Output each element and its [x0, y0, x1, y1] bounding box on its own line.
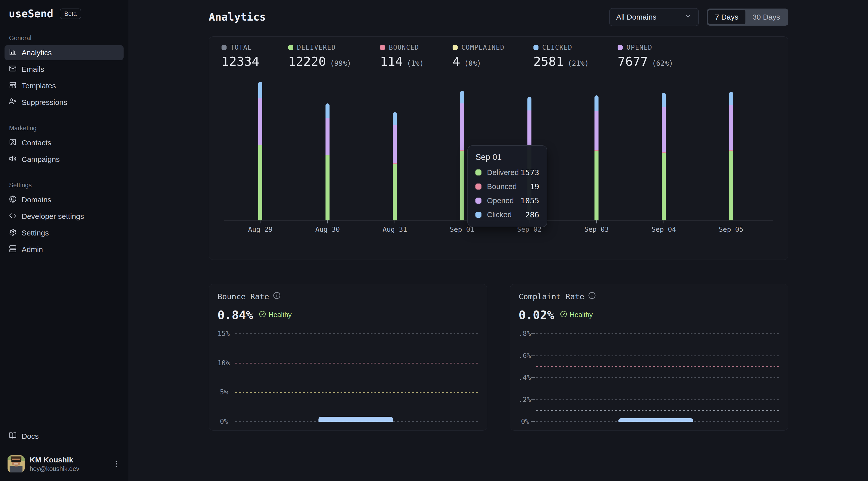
stacked-bar-sep-05[interactable]: [729, 92, 733, 220]
stat-label: OPENED: [626, 44, 652, 51]
chevron-down-icon: [684, 12, 692, 22]
sidebar-item-label: Emails: [22, 65, 44, 73]
bounce-rate-series-area[interactable]: [318, 417, 393, 422]
sidebar-item-templates[interactable]: Templates: [4, 78, 124, 93]
stat-clicked: CLICKED2581(21%): [533, 44, 589, 69]
sidebar-item-contacts[interactable]: Contacts: [4, 135, 124, 150]
bounce-status-badge: Healthy: [259, 311, 291, 319]
y-axis-label: .4%: [519, 374, 529, 381]
section-label-marketing: Marketing: [0, 125, 128, 132]
stat-label: BOUNCED: [389, 44, 419, 51]
bar-segment-delivered: [729, 151, 733, 220]
info-icon[interactable]: [588, 292, 596, 301]
user-name: KM Koushik: [30, 456, 112, 464]
x-axis-label: Sep 05: [719, 225, 743, 233]
domain-filter-select[interactable]: All Domains: [609, 8, 699, 26]
layout-template-icon: [9, 81, 17, 91]
chart-tooltip: Sep 01 Delivered1573Bounced19Opened1055C…: [467, 146, 547, 227]
sidebar-item-admin[interactable]: Admin: [4, 242, 124, 257]
tooltip-series-label: Clicked: [487, 211, 525, 219]
sidebar-item-label: Admin: [22, 245, 43, 254]
legend-swatch: [475, 212, 482, 218]
bar-segment-clicked: [729, 92, 733, 105]
y-axis-label: .8%: [519, 330, 529, 338]
sidebar: useSend Beta GeneralAnalyticsEmailsTempl…: [0, 0, 128, 481]
bar-segment-clicked: [662, 93, 666, 107]
user-meta: KM Koushik hey@koushik.dev: [30, 456, 112, 473]
beta-badge: Beta: [60, 8, 81, 19]
bar-segment-clicked: [258, 82, 262, 98]
bar-segment-clicked: [527, 97, 531, 111]
stat-dot: [618, 45, 623, 50]
gridline: [536, 333, 780, 334]
bounce-rate-card: Bounce Rate 0.84% Healthy 15%10%5%0%: [209, 284, 487, 430]
bar-segment-opened: [258, 98, 262, 145]
tooltip-rows: Delivered1573Bounced19Opened1055Clicked2…: [475, 168, 539, 219]
avatar: [7, 455, 25, 473]
contact-book-icon: [9, 138, 17, 148]
main-content: Analytics All Domains 7 Days 30 Days TOT…: [128, 0, 868, 481]
sidebar-item-settings[interactable]: Settings: [4, 225, 124, 241]
tooltip-series-label: Delivered: [487, 168, 520, 177]
stat-value: 12220: [288, 54, 326, 69]
range-tab-7-days[interactable]: 7 Days: [708, 10, 745, 24]
more-vertical-icon[interactable]: [112, 460, 121, 468]
stat-dot: [380, 45, 385, 50]
x-axis-label: Aug 29: [248, 225, 273, 233]
complaint-status-label: Healthy: [569, 311, 593, 319]
bar-segment-delivered: [662, 153, 666, 220]
sidebar-item-developer-settings[interactable]: Developer settings: [4, 209, 124, 224]
tooltip-row-delivered: Delivered1573: [475, 168, 539, 177]
user-menu[interactable]: KM Koushik hey@koushik.dev: [4, 453, 124, 475]
tooltip-series-value: 19: [530, 182, 539, 191]
x-axis-label: Sep 04: [651, 225, 676, 233]
sidebar-item-suppressions[interactable]: Suppressions: [4, 95, 124, 110]
stacked-bar-aug-29[interactable]: [258, 82, 262, 220]
sidebar-item-analytics[interactable]: Analytics: [4, 45, 124, 60]
sidebar-item-label: Templates: [22, 82, 56, 90]
bar-segment-clicked: [393, 112, 397, 126]
x-axis-label: Aug 31: [382, 225, 407, 233]
complaint-rate-series-area[interactable]: [618, 418, 693, 422]
sidebar-item-campaigns[interactable]: Campaigns: [4, 152, 124, 167]
complaint-rate-card: Complaint Rate 0.02% Healthy .8%.6%.4%.2…: [510, 284, 788, 430]
stat-value: 4: [453, 54, 460, 69]
bar-segment-opened: [729, 105, 733, 150]
sidebar-item-emails[interactable]: Emails: [4, 62, 124, 77]
gridline: [235, 392, 478, 393]
bounce-rate-value: 0.84%: [217, 308, 253, 322]
sidebar-item-docs[interactable]: Docs: [4, 429, 124, 444]
bar-segment-delivered: [326, 155, 330, 220]
sidebar-item-domains[interactable]: Domains: [4, 192, 124, 207]
bounce-rate-title-row: Bounce Rate: [217, 292, 478, 301]
sidebar-nav: GeneralAnalyticsEmailsTemplatesSuppressi…: [0, 34, 128, 257]
complaint-rate-title: Complaint Rate: [519, 292, 584, 301]
stat-dot: [453, 45, 458, 50]
stacked-bar-sep-03[interactable]: [594, 95, 598, 220]
stats-row: TOTAL12334DELIVERED12220(99%)BOUNCED114(…: [221, 44, 776, 69]
range-tab-30-days[interactable]: 30 Days: [745, 10, 787, 24]
bar-segment-opened: [662, 107, 666, 152]
stacked-bar-sep-01[interactable]: [460, 91, 464, 220]
bar-segment-delivered: [393, 164, 397, 220]
gridline: [536, 355, 780, 356]
y-axis-label: 0%: [217, 417, 228, 425]
complaint-rate-chart: .8%.6%.4%.2%0%: [519, 328, 780, 428]
info-icon[interactable]: [273, 292, 281, 301]
stacked-bar-sep-04[interactable]: [662, 93, 666, 220]
gridline: [536, 377, 780, 378]
stat-label: TOTAL: [230, 44, 252, 51]
stacked-bar-aug-30[interactable]: [326, 103, 330, 220]
stacked-bar-aug-31[interactable]: [393, 112, 397, 220]
bar-segment-delivered: [594, 151, 598, 220]
bounce-rate-value-row: 0.84% Healthy: [217, 308, 478, 322]
sidebar-item-label: Contacts: [22, 138, 51, 147]
rate-cards-row: Bounce Rate 0.84% Healthy 15%10%5%0%: [209, 284, 788, 430]
bar-segment-opened: [594, 111, 598, 150]
tooltip-series-value: 1573: [520, 168, 539, 177]
legend-swatch: [475, 169, 482, 175]
stat-percent: (21%): [568, 59, 589, 67]
check-circle-icon: [560, 311, 567, 319]
x-axis-label: Sep 03: [584, 225, 609, 233]
stat-percent: (0%): [464, 59, 481, 67]
